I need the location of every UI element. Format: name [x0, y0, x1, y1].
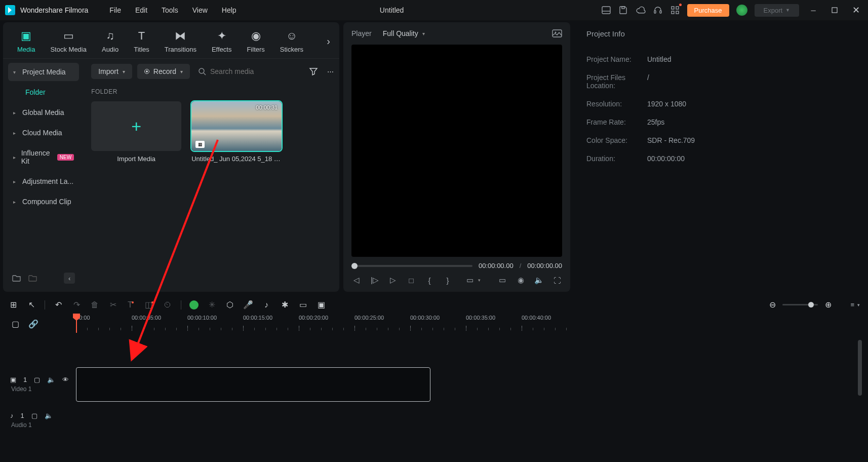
visibility-icon[interactable]: 👁: [62, 376, 69, 383]
display-icon[interactable]: ▭: [497, 276, 507, 285]
snapshot-icon[interactable]: [552, 29, 562, 37]
sidebar-item-compound-clip[interactable]: ▸Compound Clip: [8, 192, 79, 211]
mute-icon[interactable]: 🔈: [47, 376, 55, 383]
zoom-knob[interactable]: [808, 302, 814, 307]
quality-select[interactable]: Full Quality▾: [379, 27, 429, 40]
library-panel: ▣Media ▭Stock Media ♫Audio TTitles ⧓Tran…: [3, 22, 339, 292]
track-manager-icon[interactable]: ⊞: [8, 300, 18, 310]
stop-icon[interactable]: □: [406, 276, 416, 285]
marker-icon[interactable]: ⬡: [225, 300, 235, 310]
playhead[interactable]: [76, 315, 77, 333]
tab-audio[interactable]: ♫Audio: [97, 27, 124, 55]
magnet-snap-icon[interactable]: ▢: [10, 319, 20, 329]
media-clip-card[interactable]: 00:00:31 ▦ Untitled_ Jun 05,2024 5_18 P.…: [191, 101, 282, 163]
search-media-input[interactable]: [195, 64, 302, 79]
drop-target[interactable]: [76, 367, 430, 402]
filter-icon[interactable]: [307, 67, 320, 75]
timeline-ruler[interactable]: 00:00 00:00:05:00 00:00:10:00 00:00:15:0…: [76, 315, 863, 333]
chevron-down-icon: ▾: [422, 31, 425, 36]
tabs-more-icon[interactable]: ›: [327, 35, 330, 47]
import-media-card[interactable]: + Import Media: [91, 101, 181, 163]
link-icon[interactable]: 🔗: [28, 319, 38, 329]
audio-track-lane[interactable]: [76, 404, 863, 436]
audio-track-icon: ♪: [10, 412, 14, 419]
time-separator: /: [520, 262, 522, 270]
split-icon[interactable]: ✂: [108, 300, 118, 310]
purchase-button[interactable]: Purchase: [687, 4, 729, 17]
sidebar-item-influence-kit[interactable]: ▸Influence KitNEW: [8, 144, 79, 170]
info-val-duration: 00:00:00:00: [647, 155, 685, 163]
audio-sync-icon[interactable]: ✱: [280, 300, 290, 310]
sidebar-item-adjustment-layer[interactable]: ▸Adjustment La...: [8, 172, 79, 190]
save-icon[interactable]: [618, 5, 628, 15]
fullscreen-icon[interactable]: ⛶: [552, 276, 562, 285]
user-avatar[interactable]: [736, 5, 747, 16]
prev-frame-icon[interactable]: ◁: [351, 276, 362, 285]
zoom-slider[interactable]: [782, 304, 818, 305]
mark-in-icon[interactable]: {: [424, 276, 435, 285]
sidebar-item-global-media[interactable]: ▸Global Media: [8, 103, 79, 122]
import-button[interactable]: Import▾: [91, 64, 132, 79]
seek-knob[interactable]: [351, 263, 358, 269]
color-icon[interactable]: ✳: [207, 300, 217, 310]
sticker-icon: ☺: [286, 29, 297, 43]
play-icon[interactable]: ▷: [388, 276, 398, 285]
speed-icon[interactable]: ⏲: [163, 300, 173, 310]
tab-stickers[interactable]: ☺Stickers: [275, 27, 308, 55]
tab-transitions[interactable]: ⧓Transitions: [160, 27, 202, 55]
undo-icon[interactable]: ↶: [53, 300, 63, 310]
project-info-panel: Project Info Project Name:Untitled Proje…: [574, 22, 860, 292]
track-folder-icon[interactable]: ▢: [31, 412, 37, 419]
record-button[interactable]: Record▾: [137, 64, 190, 79]
apps-icon[interactable]: [670, 5, 680, 15]
menu-file[interactable]: File: [102, 6, 128, 14]
seek-slider[interactable]: [351, 265, 472, 267]
text-tool-icon[interactable]: T: [126, 300, 136, 310]
chroma-key-icon[interactable]: [189, 300, 199, 310]
player-viewport[interactable]: [351, 45, 562, 257]
music-note-icon: ♫: [106, 29, 114, 43]
tab-media[interactable]: ▣Media: [12, 27, 40, 55]
step-back-icon[interactable]: |▷: [370, 276, 380, 285]
zoom-in-icon[interactable]: ⊕: [823, 300, 833, 310]
audio-mixer-icon[interactable]: ♪: [261, 300, 271, 310]
sidebar-item-project-media[interactable]: ▾Project Media: [8, 63, 79, 81]
folder-link-icon[interactable]: [28, 274, 37, 282]
tab-effects[interactable]: ✦Effects: [207, 27, 237, 55]
thumbnail-icon[interactable]: ▭: [298, 300, 308, 310]
sidebar-item-cloud-media[interactable]: ▸Cloud Media: [8, 124, 79, 142]
export-button[interactable]: Export▼: [755, 4, 800, 17]
svg-rect-6: [676, 7, 679, 9]
headphones-icon[interactable]: [653, 5, 663, 15]
cloud-icon[interactable]: [636, 5, 646, 15]
mute-icon[interactable]: 🔈: [45, 412, 53, 419]
timeline-view-select[interactable]: ≡▾: [850, 301, 860, 309]
more-icon[interactable]: ⋯: [325, 68, 336, 75]
volume-icon[interactable]: 🔈: [534, 276, 544, 285]
layout-icon[interactable]: [601, 5, 611, 15]
close-icon[interactable]: ✕: [849, 5, 863, 16]
zoom-out-icon[interactable]: ⊖: [767, 300, 777, 310]
crop-icon[interactable]: ◫: [144, 300, 154, 310]
maximize-icon[interactable]: [827, 7, 842, 13]
voiceover-icon[interactable]: 🎤: [243, 300, 253, 310]
sidebar-item-folder[interactable]: Folder: [8, 83, 79, 101]
redo-icon[interactable]: ↷: [71, 300, 82, 310]
menu-edit[interactable]: Edit: [128, 6, 154, 14]
tab-titles[interactable]: TTitles: [129, 27, 154, 55]
video-track-lane[interactable]: [76, 364, 863, 404]
titlebar: Wondershare Filmora File Edit Tools View…: [0, 0, 868, 20]
tab-filters[interactable]: ◉Filters: [242, 27, 269, 55]
menu-tools[interactable]: Tools: [154, 6, 185, 14]
tab-stock-media[interactable]: ▭Stock Media: [45, 27, 92, 55]
aspect-select[interactable]: ▭▾: [465, 276, 481, 285]
render-icon[interactable]: ▣: [316, 300, 326, 310]
add-folder-icon[interactable]: [12, 274, 21, 282]
cursor-tool-icon[interactable]: ↖: [26, 300, 36, 310]
minimize-icon[interactable]: ─: [806, 7, 820, 14]
delete-icon[interactable]: 🗑: [90, 300, 100, 310]
track-folder-icon[interactable]: ▢: [34, 376, 40, 383]
camera-icon[interactable]: ◉: [516, 276, 526, 285]
collapse-sidebar-icon[interactable]: ‹: [64, 273, 75, 284]
mark-out-icon[interactable]: }: [443, 276, 453, 285]
